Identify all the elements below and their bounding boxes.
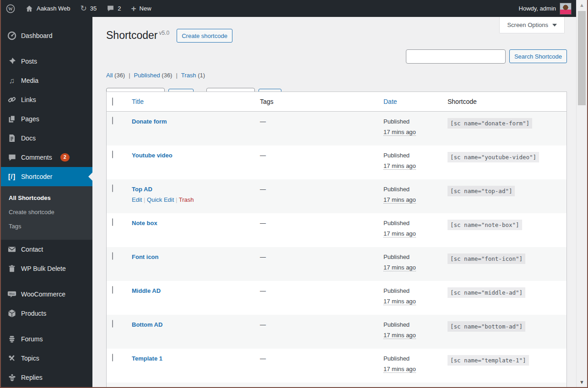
sidebar-item-pages[interactable]: Pages bbox=[1, 109, 92, 129]
tags-cell: — bbox=[253, 281, 377, 315]
shortcode-title-link[interactable]: Note box bbox=[132, 220, 157, 226]
shortcode-title-link[interactable]: Donate form bbox=[132, 118, 167, 125]
sidebar-item-media[interactable]: ♫ Media bbox=[1, 71, 92, 90]
relative-date: 17 mins ago bbox=[383, 366, 416, 373]
pushpin-icon bbox=[7, 57, 16, 66]
shortcoder-icon: [/] bbox=[7, 172, 16, 181]
trash-link[interactable]: Trash bbox=[179, 196, 194, 203]
shortcode-snippet: [sc name="youtube-video"] bbox=[448, 152, 539, 162]
action-separator: | bbox=[176, 196, 177, 203]
relative-date: 17 mins ago bbox=[383, 129, 416, 136]
shortcode-snippet: [sc name="note-box"] bbox=[448, 220, 522, 230]
comments-menu[interactable]: 2 bbox=[102, 0, 126, 17]
site-name-menu[interactable]: Aakash Web bbox=[20, 0, 75, 17]
scrollbar-thumb[interactable] bbox=[578, 11, 586, 105]
quick-edit-link[interactable]: Quick Edit bbox=[147, 196, 174, 203]
document-icon bbox=[7, 134, 16, 143]
sidebar-item-links[interactable]: Links bbox=[1, 90, 92, 109]
submenu-item-tags[interactable]: Tags bbox=[1, 219, 92, 233]
search-input[interactable] bbox=[406, 49, 506, 64]
shortcode-title-link[interactable]: Top AD bbox=[132, 186, 152, 193]
comments-bubble-icon bbox=[7, 153, 16, 162]
new-content-menu[interactable]: + New bbox=[126, 0, 156, 17]
row-checkbox[interactable] bbox=[112, 320, 113, 328]
row-checkbox[interactable] bbox=[112, 184, 113, 192]
sidebar-item-forums[interactable]: Forums bbox=[1, 329, 92, 349]
row-checkbox[interactable] bbox=[112, 218, 113, 226]
sidebar-item-products[interactable]: Products bbox=[1, 304, 92, 323]
relative-date: 17 mins ago bbox=[383, 332, 416, 339]
publish-status: Published bbox=[383, 118, 441, 125]
beehive-icon bbox=[7, 334, 16, 344]
row-checkbox[interactable] bbox=[112, 151, 113, 158]
sidebar-item-label: Topics bbox=[21, 355, 39, 362]
row-checkbox[interactable] bbox=[112, 252, 113, 260]
howdy-admin-link[interactable]: Howdy, admin bbox=[519, 5, 556, 12]
sidebar-item-woocommerce[interactable]: Woo WooCommerce bbox=[1, 285, 92, 304]
table-header-row: Title Tags Date Shortcode bbox=[107, 92, 566, 112]
shortcode-title-link[interactable]: Template 1 bbox=[132, 355, 162, 362]
shortcode-title-link[interactable]: Bottom AD bbox=[132, 321, 162, 328]
sidebar-item-label: Links bbox=[21, 96, 36, 103]
tags-cell: — bbox=[253, 315, 377, 349]
site-name: Aakash Web bbox=[37, 5, 70, 12]
sidebar-item-shortcoder[interactable]: [/] Shortcoder bbox=[1, 167, 92, 186]
shortcode-title-link[interactable]: Middle AD bbox=[132, 287, 161, 294]
vertical-scrollbar[interactable]: ▲ ▼ bbox=[576, 0, 587, 387]
sidebar-item-label: Media bbox=[21, 77, 38, 84]
row-checkbox[interactable] bbox=[112, 354, 113, 361]
sidebar-item-label: Shortcoder bbox=[21, 173, 52, 180]
shortcode-title-link[interactable]: Youtube video bbox=[132, 152, 173, 159]
column-header-title[interactable]: Title bbox=[125, 98, 253, 105]
table-row: Top AD Edit | Quick Edit | Trash — Publi… bbox=[107, 179, 566, 213]
sidebar-item-posts[interactable]: Posts bbox=[1, 52, 92, 71]
publish-status: Published bbox=[383, 186, 441, 193]
shortcode-title-link[interactable]: Font icon bbox=[132, 253, 159, 260]
search-shortcode-button[interactable]: Search Shortcode bbox=[509, 49, 567, 63]
publish-status: Published bbox=[383, 355, 441, 362]
sidebar-item-label: Products bbox=[21, 310, 46, 317]
submenu-item-all-shortcodes[interactable]: All Shortcodes bbox=[1, 191, 92, 205]
wordpress-logo-menu[interactable]: W bbox=[1, 0, 20, 17]
scroll-down-arrow[interactable]: ▼ bbox=[577, 379, 587, 385]
edit-link[interactable]: Edit bbox=[132, 196, 142, 203]
column-header-date[interactable]: Date bbox=[377, 98, 441, 105]
row-actions: Edit | Quick Edit | Trash bbox=[132, 196, 253, 203]
screen-options-tab[interactable]: Screen Options bbox=[499, 17, 565, 33]
row-checkbox[interactable] bbox=[112, 117, 113, 124]
select-all-checkbox[interactable] bbox=[112, 97, 113, 106]
comment-bubble-icon bbox=[107, 5, 114, 12]
create-shortcode-button[interactable]: Create shortcode bbox=[177, 29, 232, 43]
submenu-item-create-shortcode[interactable]: Create shortcode bbox=[1, 205, 92, 219]
action-separator: | bbox=[144, 196, 145, 203]
tags-cell: — bbox=[253, 213, 377, 247]
home-icon bbox=[25, 5, 33, 13]
sidebar-item-comments[interactable]: Comments 2 bbox=[1, 148, 92, 167]
column-header-tags: Tags bbox=[253, 98, 377, 105]
sidebar-item-replies[interactable]: Replies bbox=[1, 368, 92, 387]
scroll-up-arrow[interactable]: ▲ bbox=[577, 2, 587, 8]
sidebar-item-label: Posts bbox=[21, 58, 37, 65]
active-menu-arrow bbox=[88, 172, 92, 181]
shortcode-snippet: [sc name="donate-form"] bbox=[448, 118, 532, 129]
sidebar-item-topics[interactable]: Topics bbox=[1, 349, 92, 368]
admin-content: Screen Options Shortcoderv5.0 Create sho… bbox=[92, 17, 576, 387]
relative-date: 17 mins ago bbox=[383, 264, 416, 271]
sidebar-item-docs[interactable]: Docs bbox=[1, 129, 92, 148]
publish-status: Published bbox=[383, 287, 441, 294]
sidebar-item-label: WP Bulk Delete bbox=[21, 265, 66, 272]
media-notes-icon: ♫ bbox=[7, 76, 16, 85]
pages-icon bbox=[7, 114, 16, 124]
sidebar-item-dashboard[interactable]: Dashboard bbox=[1, 26, 92, 45]
shortcode-snippet: [sc name="template-1"] bbox=[448, 355, 529, 366]
sidebar-item-contact[interactable]: Contact bbox=[1, 240, 92, 259]
row-checkbox[interactable] bbox=[112, 286, 113, 294]
page-title: Shortcoderv5.0 bbox=[106, 29, 169, 43]
shortcode-snippet: [sc name="bottom-ad"] bbox=[448, 321, 525, 332]
date-cell: Published 17 mins ago bbox=[377, 247, 441, 281]
date-cell: Published 17 mins ago bbox=[377, 281, 441, 315]
table-row: Template 1 Edit | Quick Edit | Trash — P… bbox=[107, 349, 566, 383]
screen-options-label: Screen Options bbox=[507, 22, 548, 28]
updates-menu[interactable]: ↻ 35 bbox=[75, 0, 102, 17]
sidebar-item-wp-bulk-delete[interactable]: WP Bulk Delete bbox=[1, 259, 92, 278]
